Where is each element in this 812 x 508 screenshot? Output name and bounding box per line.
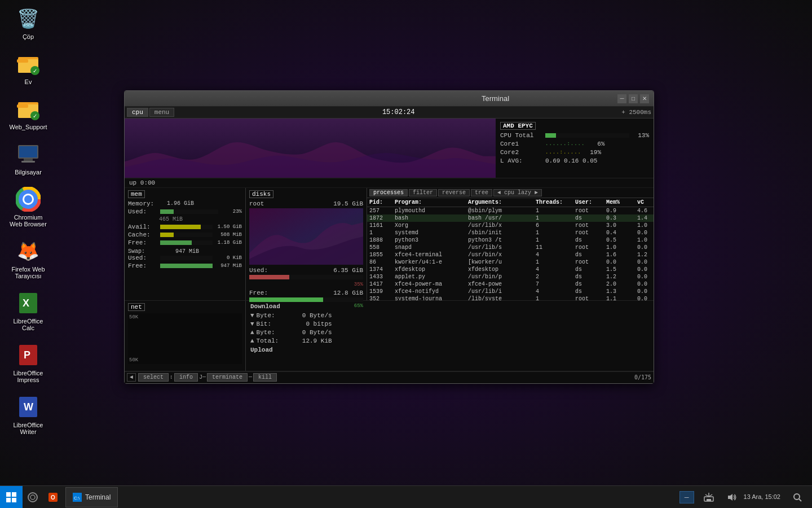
taskbar-volume-icon[interactable] [721,486,742,509]
mem-used-bar [160,209,218,214]
table-row[interactable]: 1872 bash bash /usr/ 1 ds 0.3 1.4 [367,214,654,222]
table-row[interactable]: 86 kworker/u4:1-e [kworker/u 1 root 0.0 … [367,259,654,266]
mem-header: mem [128,190,145,198]
tab-reverse[interactable]: reverse [438,189,470,196]
uptime-bar: up 0:00 [125,178,654,188]
tab-menu[interactable]: menu [149,108,174,117]
tab-filter[interactable]: filter [409,189,437,196]
disks-section: disks root 19.5 GiB [246,188,367,300]
cpu-core2-label: Core2 [500,149,545,156]
svg-text:✓: ✓ [33,68,37,74]
recycle-icon-img: 🗑️ [15,5,42,32]
svg-point-34 [30,495,35,500]
close-button[interactable]: ✕ [640,94,649,103]
svg-rect-28 [128,313,242,364]
table-row[interactable]: 1855 xfce4-terminal /usr/bin/x 4 ds 1.6 … [367,251,654,259]
maximize-button[interactable]: □ [629,94,638,103]
table-row[interactable]: 558 snapd /usr/lib/s 11 root 1.0 0.0 [367,244,654,251]
cpu-core1-label: Core1 [500,141,545,147]
search-button[interactable] [23,486,43,509]
mem-swap-free-label: Free: [128,262,159,269]
cpu-section: AMD EPYC CPU Total 13% [125,119,654,178]
taskbar-clock[interactable]: 13 Ara, 15:02 [744,493,785,501]
bottom-info-btn[interactable]: info [174,373,198,382]
firefox-icon[interactable]: 🦊 Firefox Web Tarayıcısı [6,235,51,282]
libreoffice-writer-icon[interactable]: W LibreOffice Writer [6,391,51,437]
cpu-core2-dots: ....:..... [545,150,581,155]
svg-point-19 [24,195,32,203]
mem-free-bar [160,240,213,245]
home-icon-img: ✓ [15,50,42,77]
processes-topbar: processes filter reverse tree ◄ cpu lazy… [367,188,654,198]
mem-section: mem Memory: 1.96 GiB Used: [125,188,246,300]
disk-used-bar [249,275,363,279]
lavg-label: L AVG: [500,157,545,164]
bottom-kill-btn[interactable]: kill [253,373,277,382]
table-row[interactable]: 1374 xfdesktop xfdesktop 4 ds 1.5 0.0 [367,266,654,273]
processes-header: Pid: Program: Arguments: Threads: User: … [367,198,654,207]
svg-text:C:\: C:\ [74,496,80,501]
terminal-window: Terminal ─ □ ✕ cpu menu 15:02:24 + 2500m… [124,90,654,384]
taskbar-cmd-btn[interactable]: ─ [679,491,694,503]
cpu-core2-value: 19% [581,149,601,156]
computer-icon-img [15,141,42,168]
header-user: User: [575,199,606,205]
tab-cpu[interactable]: cpu [127,108,148,117]
chromium-icon[interactable]: Chromium Web Browser [6,183,51,230]
taskbar-search-icon[interactable] [787,486,807,509]
table-row[interactable]: 352 systemd-journa /lib/syste 1 root 1.1… [367,295,654,300]
disk-free-fill [249,297,323,302]
bottom-sep1: J─ [199,374,206,380]
svg-rect-7 [17,104,28,108]
svg-text:O: O [51,494,55,501]
table-row[interactable]: 1161 Xorg /usr/lib/x 6 root 3.0 1.0 [367,222,654,229]
recycle-bin-icon[interactable]: 🗑️ Çöp [6,3,51,42]
mem-free-value: 1.18 GiB [214,240,242,246]
calc-label: LibreOffice Calc [14,318,43,331]
tab-processes[interactable]: processes [369,189,408,196]
computer-icon[interactable]: Bilgisayar [6,138,51,178]
tab-tree[interactable]: tree [471,189,492,196]
table-row[interactable]: 1 systemd /sbin/init 1 root 0.4 0.0 [367,229,654,237]
download-bit-value: 0 bitps [287,321,332,327]
down-arrow-1: ▼ [250,312,254,319]
writer-label: LibreOffice Writer [14,422,43,435]
mem-cache-label: Cache: [128,231,159,238]
bottom-terminate-btn[interactable]: terminate [207,373,248,382]
table-row[interactable]: 1539 xfce4-notifyd /usr/lib/i 4 ds 1.3 0… [367,288,654,295]
mem-swap-free-row: Free: 947 MiB [128,262,242,269]
net-graph-top-label: 50K [129,314,138,320]
svg-point-45 [794,494,800,500]
libreoffice-calc-icon[interactable]: X LibreOffice Calc [6,287,51,334]
cpu-core1-value: 6% [585,141,604,147]
net-upload-total-row: ▲ Total: 12.9 KiB [250,338,649,344]
mem-free-row: Free: 1.18 GiB [128,239,242,246]
taskbar-terminal-button[interactable]: C:\ Terminal [65,487,118,507]
net-upload-byte-row: ▲ Byte: 0 Byte/s [250,329,649,336]
terminal-title: Terminal [373,94,617,103]
cpu-total-value: 13% [629,132,649,139]
table-row[interactable]: 257 plymouthd @sbin/plym 1 root 0.9 4.6 [367,207,654,214]
table-row[interactable]: 1888 python3 python3 /t 1 ds 0.5 1.0 [367,237,654,244]
taskbar-network-icon[interactable] [699,486,719,509]
table-row[interactable]: 1417 xfce4-power-ma xfce4-powe 7 ds 2.0 … [367,281,654,288]
cpu-graph [125,119,496,178]
websupport-icon[interactable]: ✓ Web_Support [6,93,51,133]
bottom-select-btn[interactable]: select [138,373,169,382]
disks-header: disks [249,190,273,198]
cpu-total-bar [545,133,629,138]
upload-byte-value: 0 Byte/s [287,329,332,336]
tab-cpu-lazy[interactable]: ◄ cpu lazy ► [493,189,542,196]
cpu-core2-line: Core2 ....:..... 19% [500,149,649,156]
table-row[interactable]: 1433 applet.py /usr/bin/p 2 ds 1.2 0.0 [367,273,654,281]
recycle-label: Çöp [23,33,34,40]
svg-rect-29 [6,492,11,497]
header-arguments: Arguments: [468,199,536,205]
taskbar-right: ─ 13 Ara, 15:02 [679,486,812,509]
libreoffice-impress-icon[interactable]: P LibreOffice Impress [6,339,51,386]
home-folder-icon[interactable]: ✓ Ev [6,48,51,87]
office-button[interactable]: O [43,486,63,509]
cpu-total-fill [545,133,556,138]
minimize-button[interactable]: ─ [617,94,626,103]
start-button[interactable] [0,486,23,509]
